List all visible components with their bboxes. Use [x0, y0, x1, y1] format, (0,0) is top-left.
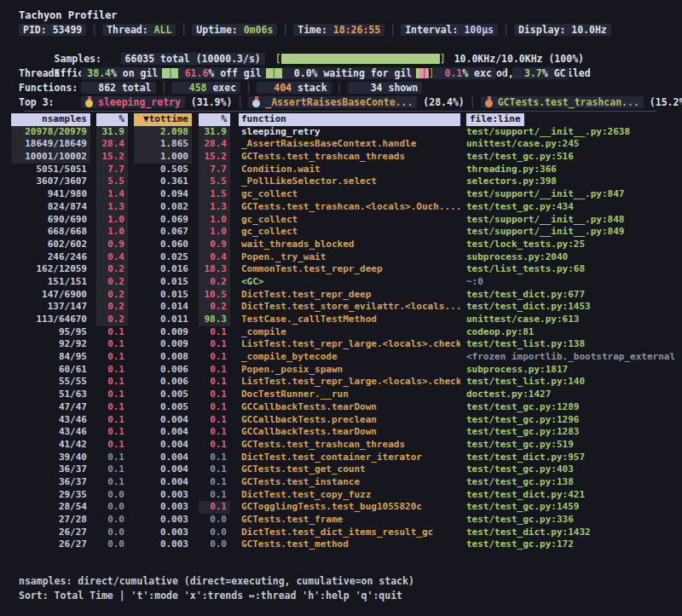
cell-file-line: test/test_gc.py:1296: [466, 414, 682, 427]
column-header-cell-file-line: file:line: [466, 113, 682, 126]
separator: │: [282, 24, 288, 36]
samples-rate-bar: [281, 54, 440, 64]
cell-nsamples: 60/61: [11, 364, 90, 377]
separator: │: [91, 24, 97, 36]
tachyon-profiler-screen: Tachyon Profiler PID: 53499│Thread: ALL│…: [0, 0, 682, 616]
cell-pct-direct: 0.2: [96, 301, 128, 314]
cell-pct-direct: 0.1: [96, 463, 128, 476]
cell-file-line: ~:0: [466, 276, 682, 289]
cell-nsamples: 84/95: [11, 351, 90, 364]
cell-pct-direct: 15.2: [96, 151, 128, 164]
threads-stat-chip: 0.0% waiting for gil: [282, 67, 417, 79]
cell-tottime: 0.003: [134, 538, 192, 551]
app-title: Tachyon Profiler: [19, 9, 682, 23]
cell-nsamples: 55/55: [11, 376, 90, 389]
separator: │: [181, 24, 187, 36]
cell-function: GCTests.test_frame: [239, 514, 460, 527]
cell-pct-direct: 0.1: [96, 476, 128, 489]
cell-pct-direct: 0.0: [96, 527, 128, 539]
cell-nsamples: 47/47: [11, 401, 90, 414]
cell-pct-cumulative: 15.2: [199, 151, 230, 164]
cell-nsamples: 602/602: [11, 239, 90, 251]
cell-function: ListTest.test_repr_large.<locals>.check: [239, 376, 460, 389]
cell-tottime: 0.060: [134, 239, 192, 251]
functions-stat-value: 458: [176, 81, 206, 95]
cell-function: GCTests.test_trashcan_threads: [239, 439, 460, 452]
separator: │: [271, 67, 277, 79]
top3-percent: (15.2%): [644, 96, 682, 108]
cell-nsamples: 10001/10002: [11, 151, 90, 164]
cell-file-line: test/lock_tests.py:25: [466, 239, 682, 251]
cell-pct-cumulative: 1.0: [199, 226, 230, 239]
cell-tottime: 0.004: [134, 439, 192, 452]
table-row: 41/420.10.0040.1GCTests.test_trashcan_th…: [0, 439, 682, 452]
cell-nsamples: 5051/5051: [11, 164, 90, 176]
cell-nsamples: 26/27: [11, 527, 90, 539]
cell-pct-cumulative: 10.5: [199, 289, 230, 302]
cell-function: gc_collect: [239, 226, 460, 239]
cell-pct-direct: 0.1: [96, 414, 128, 427]
cell-pct-direct: 0.1: [96, 351, 128, 364]
table-row: 137/1470.20.0140.2DictTest.test_store_ev…: [0, 301, 682, 314]
cell-function: Condition.wait: [239, 164, 460, 176]
cell-file-line: test/test_gc.py:138: [466, 476, 682, 489]
threads-stat-chip: 38.4% on gil: [81, 67, 162, 79]
table-row: 162/120590.20.01618.3CommonTest.test_rep…: [0, 263, 682, 276]
cell-file-line: test/support/__init__.py:2638: [466, 126, 682, 139]
table-row: 3607/36075.50.3615.5_PollLikeSelector.se…: [0, 176, 682, 188]
column-header-pct-direct[interactable]: %: [96, 113, 128, 126]
cell-tottime: 0.004: [134, 452, 192, 464]
cell-function: _compile_bytecode: [239, 351, 460, 364]
cell-pct-cumulative: 0.1: [199, 376, 230, 389]
top3-item: GCTests.test_trashcan...: [481, 96, 644, 108]
cell-pct-cumulative: 0.1: [199, 439, 230, 452]
separator: │: [503, 24, 509, 36]
table-row: 55/550.10.0060.1ListTest.test_repr_large…: [0, 376, 682, 389]
column-header-nsamples[interactable]: nsamples: [11, 113, 90, 126]
cell-file-line: threading.py:366: [466, 164, 682, 176]
cell-pct-cumulative: 0.1: [199, 326, 230, 339]
column-header-file-line[interactable]: file:line: [466, 113, 524, 126]
threads-stat-suffix: % exc: [462, 67, 492, 79]
column-header-pct-cumulative[interactable]: %: [199, 113, 230, 126]
cell-tottime: 0.016: [134, 263, 192, 276]
top3-percent: (31.9%): [185, 96, 232, 108]
cell-nsamples: 3607/3607: [11, 176, 90, 188]
cell-tottime: 0.004: [134, 414, 192, 427]
cell-function: GCCallbackTests.preclean: [239, 414, 460, 427]
cell-function: DictTest.test_store_evilattr.<locals...: [239, 301, 460, 314]
threads-stat-chip: 3.7% GC: [512, 67, 570, 79]
functions-stat-suffix: stack: [292, 82, 327, 94]
cell-nsamples: 26/27: [11, 538, 90, 551]
cell-pct-cumulative: 0.1: [199, 463, 230, 476]
cell-pct-direct: 0.0: [96, 501, 128, 514]
status-value: 10.0Hz: [571, 24, 607, 36]
cell-file-line: doctest.py:1427: [466, 389, 682, 401]
cell-file-line: test/test_gc.py:172: [466, 538, 682, 551]
cell-tottime: 0.009: [134, 326, 192, 339]
table-row: 95/950.10.0090.1_compilecodeop.py:81: [0, 326, 682, 339]
cell-pct-cumulative: 0.9: [199, 239, 230, 251]
cell-pct-direct: 0.9: [96, 239, 128, 251]
threads-stat-value: 3.7: [517, 66, 542, 81]
cell-pct-direct: 0.1: [96, 364, 128, 377]
cell-function: <GC>: [239, 276, 460, 289]
cell-tottime: 0.005: [134, 389, 192, 401]
cell-pct-cumulative: 1.3: [199, 201, 230, 214]
cell-nsamples: 36/37: [11, 476, 90, 489]
cell-tottime: 0.505: [134, 164, 192, 176]
cell-file-line: test/support/__init__.py:849: [466, 226, 682, 239]
table-row: 92/920.10.0090.1ListTest.test_repr_large…: [0, 338, 682, 351]
status-label: Display:: [518, 24, 571, 36]
samples-bar-close-bracket: ]: [440, 53, 446, 65]
footer-panel: nsamples: direct/cumulative (direct=exec…: [0, 574, 682, 603]
samples-rate-text: 10.0KHz/10.0KHz (100%): [454, 53, 584, 65]
cell-nsamples: 151/151: [11, 276, 90, 289]
column-header-tottime[interactable]: ▼tottime: [134, 113, 192, 126]
cell-tottime: 0.004: [134, 476, 192, 489]
table-row: 668/6681.00.0671.0gc_collecttest/support…: [0, 226, 682, 239]
cell-pct-cumulative: 0.1: [199, 489, 230, 502]
header-table-divider: [24, 111, 656, 112]
table-row: 36/370.10.0040.1GCTests.test_instancetes…: [0, 476, 682, 489]
column-header-function[interactable]: function: [239, 113, 460, 126]
